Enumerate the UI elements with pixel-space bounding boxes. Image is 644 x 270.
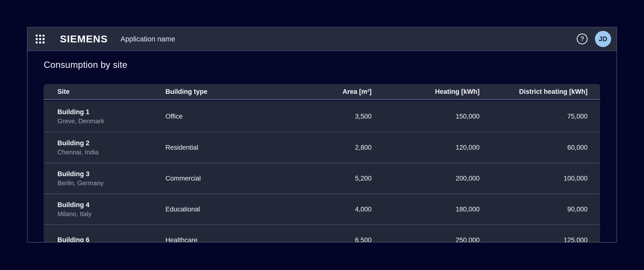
content-area: Consumption by site Site Building type A… [28,60,616,243]
site-cell: Building 4 Milano, Italy [58,200,166,218]
district-heating-cell: 90,000 [480,206,588,213]
grid-dot [39,38,41,40]
site-cell: Building 6 [58,236,166,243]
building-type-cell: Office [166,113,264,120]
heating-cell: 150,000 [372,113,480,120]
grid-dot [42,41,45,44]
area-cell: 5,200 [264,175,372,182]
grid-dot [39,34,41,37]
district-heating-cell: 60,000 [480,144,588,151]
heating-cell: 120,000 [372,144,480,151]
site-cell: Building 1 Greve, Denmark [58,108,166,125]
consumption-table: Site Building type Area [m²] Heating [kW… [44,84,600,243]
application-window: SIEMENS Application name ? JD Consumptio… [27,27,617,243]
grid-dot [39,41,41,44]
grid-dot [36,41,38,44]
building-type-cell: Residential [166,144,264,151]
district-heating-cell: 125,000 [480,236,588,243]
column-header-heating: Heating [kWh] [372,88,480,96]
site-name: Building 4 [58,200,166,209]
district-heating-cell: 75,000 [480,113,588,120]
column-header-district-heating: District heating [kWh] [480,88,588,96]
page-title: Consumption by site [44,60,600,70]
site-location: Milano, Italy [58,210,166,218]
grid-dot [42,34,45,37]
site-location: Berlin, Germany [58,179,166,187]
site-cell: Building 2 Chennai, India [58,139,166,156]
column-header-site: Site [58,88,166,96]
table-row: Building 1 Greve, Denmark Office 3,500 1… [44,101,600,132]
app-launcher-icon[interactable] [36,34,45,44]
building-type-cell: Healthcare [166,236,264,243]
area-cell: 6,500 [264,236,372,243]
application-name-label: Application name [120,35,175,43]
building-type-cell: Educational [166,206,264,213]
table-row: Building 4 Milano, Italy Educational 4,0… [44,194,600,224]
building-type-cell: Commercial [166,175,264,182]
table-body: Building 1 Greve, Denmark Office 3,500 1… [44,101,600,243]
site-name: Building 1 [58,108,166,116]
table-header-row: Site Building type Area [m²] Heating [kW… [44,84,600,100]
area-cell: 2,800 [264,144,372,151]
area-cell: 3,500 [264,113,372,120]
heating-cell: 200,000 [372,175,480,182]
grid-dot [36,38,38,40]
column-header-building-type: Building type [166,88,264,96]
grid-dot [42,38,45,40]
site-name: Building 6 [58,236,166,243]
help-icon[interactable]: ? [577,34,588,44]
district-heating-cell: 100,000 [480,175,588,182]
app-header-bar: SIEMENS Application name ? JD [28,27,616,51]
heating-cell: 250,000 [372,236,480,243]
site-name: Building 2 [58,139,166,147]
column-header-area: Area [m²] [264,88,372,96]
site-location: Greve, Denmark [58,117,166,125]
user-avatar[interactable]: JD [595,31,611,47]
site-cell: Building 3 Berlin, Germany [58,169,166,187]
page-background: SIEMENS Application name ? JD Consumptio… [0,0,644,270]
table-row: Building 2 Chennai, India Residential 2,… [44,132,600,163]
site-location: Chennai, India [58,148,166,156]
site-name: Building 3 [58,169,166,178]
grid-dot [36,34,38,37]
area-cell: 4,000 [264,206,372,213]
table-row: Building 6 Healthcare 6,500 250,000 125,… [44,224,600,243]
heating-cell: 180,000 [372,206,480,213]
table-row: Building 3 Berlin, Germany Commercial 5,… [44,163,600,194]
siemens-logo: SIEMENS [60,33,108,45]
